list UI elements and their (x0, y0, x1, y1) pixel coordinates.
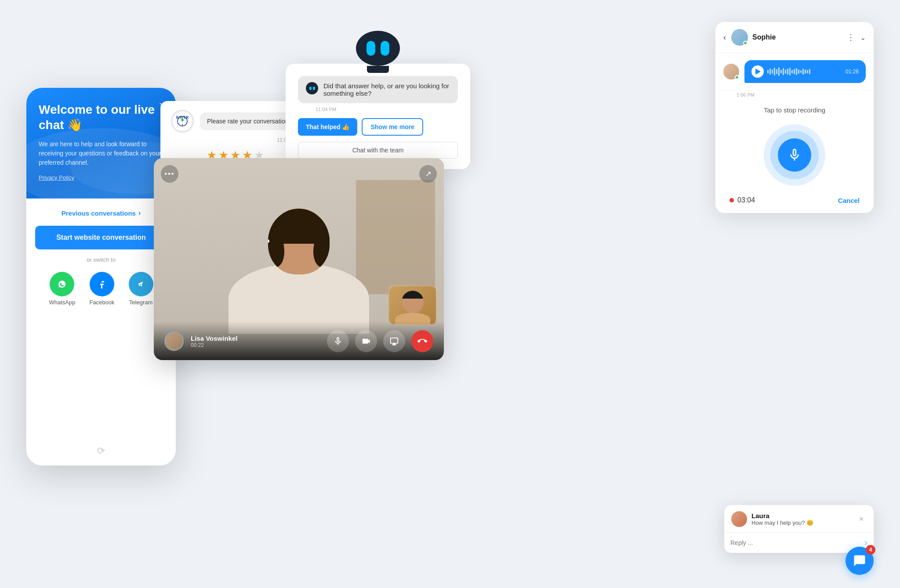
wave-bar (798, 69, 799, 74)
wave-bar (778, 67, 780, 76)
voice-back-button[interactable]: ‹ (723, 33, 726, 42)
facebook-label: Facebook (89, 299, 114, 306)
bot-action-buttons: That helped 👍 Show me more Chat with the… (298, 118, 458, 159)
bayer-logo: BAYER ® (171, 110, 194, 133)
phone-privacy-link[interactable]: Privacy Policy (39, 174, 163, 181)
call-duration: 00:22 (191, 342, 320, 348)
bot-eye-left (367, 41, 375, 56)
wave-bar (769, 69, 771, 75)
wave-bar (802, 69, 804, 75)
popup-header: Laura How may I help you? 😊 × (724, 505, 874, 533)
voice-agent-avatar (731, 29, 748, 46)
popup-close-button[interactable]: × (856, 514, 867, 524)
recording-dot (729, 198, 734, 202)
screen-share-button[interactable] (383, 330, 405, 352)
wave-bar (785, 69, 786, 74)
popup-agent-message: How may I help you? 😊 (751, 519, 813, 526)
pip-hair (402, 291, 424, 299)
live-chat-popup: Laura How may I help you? 😊 × › (724, 505, 874, 553)
chat-with-team-button[interactable]: Chat with the team (298, 142, 458, 159)
rating-card-top: BAYER ® Please rate your conversation (171, 110, 299, 133)
mute-button[interactable] (327, 330, 349, 352)
rating-time: 11:04 PM (171, 137, 299, 143)
voice-sender-avatar (723, 64, 739, 79)
video-more-button[interactable]: ••• (161, 165, 178, 183)
main-person (229, 209, 369, 334)
call-buttons (327, 330, 433, 352)
wave-bar (789, 68, 791, 76)
video-controls-bar: Lisa Voswinkel 00:22 (154, 321, 444, 360)
caller-info: Lisa Voswinkel 00:22 (191, 335, 320, 348)
caller-avatar (164, 332, 184, 351)
person-head (268, 209, 330, 274)
channel-facebook[interactable]: Facebook (89, 272, 114, 306)
cancel-recording-button[interactable]: Cancel (838, 197, 860, 204)
wave-bar (772, 69, 773, 74)
play-icon (755, 69, 761, 75)
chat-fab-icon (853, 554, 866, 567)
pip-video (388, 285, 437, 325)
bot-avatar-wrapper (356, 31, 400, 73)
wave-bar (774, 68, 775, 76)
voice-online-dot (743, 41, 748, 45)
voice-more-button[interactable]: ⋮ (847, 32, 855, 42)
whatsapp-icon (50, 272, 74, 296)
bot-eye-mini-left (309, 87, 312, 90)
pip-person-head (402, 291, 424, 313)
caller-name: Lisa Voswinkel (191, 335, 320, 342)
prev-conversations-link[interactable]: Previous conversations › (62, 209, 141, 217)
wave-bar (807, 70, 808, 73)
main-scene: ⌄ Welcome to our live chat 👋 We are here… (0, 0, 900, 588)
stop-recording-button[interactable] (778, 138, 811, 172)
popup-agent-info: Laura How may I help you? 😊 (731, 511, 813, 527)
voice-recording-panel: ‹ Sophie ⋮ ⌄ (715, 22, 874, 213)
whatsapp-label: WhatsApp (49, 299, 75, 306)
show-more-button[interactable]: Show me more (362, 118, 423, 136)
channel-telegram[interactable]: Telegram (129, 272, 153, 306)
popup-agent-text: Laura How may I help you? 😊 (751, 512, 813, 526)
start-conversation-button[interactable]: Start website conversation (35, 226, 167, 249)
svg-text:®: ® (181, 123, 184, 126)
prev-conv-label: Previous conversations (62, 209, 136, 217)
wave-bar (805, 69, 806, 74)
voice-sender-dot (735, 75, 739, 79)
reply-input[interactable] (730, 539, 860, 546)
wave-bar (780, 70, 782, 73)
telegram-icon (129, 272, 153, 296)
end-call-button[interactable] (411, 330, 433, 352)
fab-badge: 4 (866, 545, 875, 555)
caller-avatar-img (165, 332, 183, 350)
recording-indicator: 03:04 (729, 196, 755, 204)
rating-message-bubble: Please rate your conversation (200, 112, 299, 130)
wave-bar (794, 69, 795, 74)
voice-minimize-button[interactable]: ⌄ (860, 33, 866, 42)
recording-controls: 03:04 Cancel (726, 196, 863, 204)
wave-bar (791, 70, 793, 73)
tap-to-stop-label: Tap to stop recording (764, 106, 825, 114)
wave-bar (776, 69, 777, 74)
phone-bottom: Previous conversations › Start website c… (26, 198, 176, 465)
chat-fab-button[interactable]: 4 (846, 547, 874, 575)
bot-chin (367, 66, 389, 73)
wave-bar (787, 69, 788, 75)
bot-eye-right (381, 41, 389, 56)
channel-whatsapp[interactable]: WhatsApp (49, 272, 75, 306)
play-audio-button[interactable] (751, 65, 764, 78)
bot-eye-mini-right (313, 87, 315, 90)
recording-circles[interactable] (764, 124, 825, 186)
tap-to-stop-section: Tap to stop recording 03:04 Cancel (715, 97, 874, 213)
voice-audio-bubble[interactable]: 01:28 (744, 60, 866, 83)
popup-agent-avatar (731, 511, 747, 527)
wave-bar (796, 68, 797, 75)
wave-bar (767, 70, 769, 73)
phone-welcome-subtitle: We are here to help and look forward to … (39, 140, 163, 167)
voice-msg-time: 1:06 PM (715, 92, 874, 97)
that-helped-button[interactable]: That helped 👍 (298, 118, 357, 136)
video-expand-button[interactable]: ↗ (419, 165, 437, 183)
bot-message-bubble: Did that answer help, or are you looking… (298, 76, 458, 103)
recording-time: 03:04 (737, 196, 755, 204)
camera-button[interactable] (355, 330, 377, 352)
bot-avatar (356, 31, 400, 66)
bot-chat-card: Did that answer help, or are you looking… (286, 64, 470, 169)
prev-conv-arrow: › (138, 209, 141, 217)
